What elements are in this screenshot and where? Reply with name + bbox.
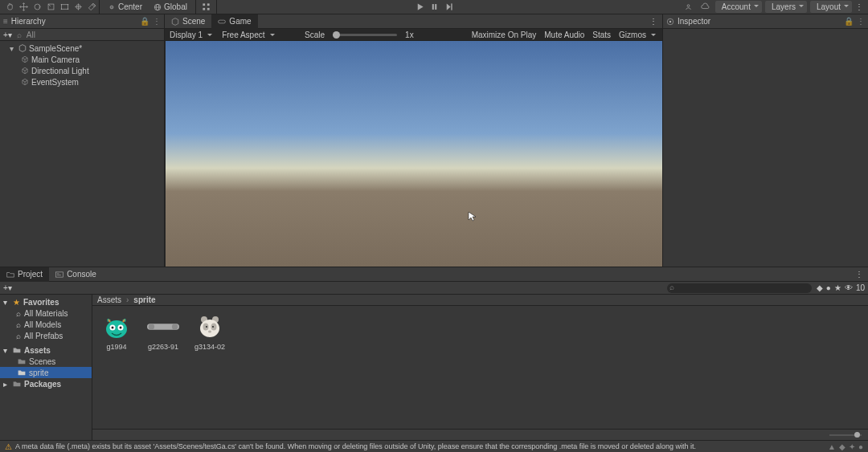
- svg-point-4: [68, 4, 68, 5]
- custom-tool[interactable]: [85, 0, 99, 14]
- cursor-icon: [468, 211, 476, 222]
- filter-by-label-icon[interactable]: ●: [826, 283, 831, 292]
- gizmos-dropdown[interactable]: Gizmos: [619, 31, 657, 39]
- rotate-tool[interactable]: [31, 0, 44, 14]
- breadcrumb-sprite[interactable]: sprite: [133, 295, 155, 304]
- asset-thumb-panda: [194, 314, 226, 340]
- asset-item[interactable]: g1994: [100, 314, 133, 351]
- cube-icon: [21, 55, 29, 63]
- context-menu-button[interactable]: ⋮: [855, 2, 863, 11]
- rect-tool[interactable]: [58, 0, 72, 14]
- svg-point-28: [120, 327, 122, 329]
- play-button[interactable]: [412, 0, 427, 14]
- transform-tool[interactable]: [72, 0, 85, 14]
- project-menu-button[interactable]: ⋮: [850, 270, 868, 279]
- hierarchy-lock-icon[interactable]: 🔒: [140, 17, 149, 26]
- inspector-menu-button[interactable]: ⋮: [857, 17, 865, 26]
- console-icon: [55, 271, 63, 279]
- folder-scenes[interactable]: Scenes: [0, 356, 92, 367]
- status-icon-4[interactable]: ●: [858, 442, 863, 451]
- folder-icon: [6, 271, 14, 279]
- center-icon: [108, 3, 116, 11]
- inspector-lock-icon[interactable]: 🔒: [844, 17, 854, 26]
- aspect-dropdown[interactable]: Free Aspect: [222, 31, 276, 39]
- favorite-star-icon[interactable]: ★: [834, 283, 841, 292]
- hierarchy-menu-button[interactable]: ⋮: [153, 17, 161, 26]
- project-create-button[interactable]: +▾: [3, 283, 12, 292]
- project-tree: ▾ ★ Favorites ⌕All Materials ⌕All Models…: [0, 295, 92, 440]
- pause-button[interactable]: [427, 0, 441, 14]
- hand-tool[interactable]: [3, 0, 17, 14]
- cube-icon: [21, 67, 29, 75]
- folder-icon: [18, 357, 26, 365]
- collab-icon[interactable]: [682, 0, 695, 14]
- display-dropdown[interactable]: Display 1: [170, 31, 214, 39]
- hierarchy-search-filter[interactable]: All: [27, 31, 35, 39]
- svg-rect-23: [56, 271, 63, 276]
- layers-dropdown[interactable]: Layers: [765, 1, 807, 13]
- tab-project[interactable]: Project: [0, 267, 49, 282]
- project-search-input[interactable]: [667, 283, 812, 293]
- pivot-toggle[interactable]: Center: [103, 2, 147, 13]
- space-label: Global: [164, 2, 187, 11]
- warning-text: A meta data file (.meta) exists but its …: [15, 442, 696, 450]
- status-icon-3[interactable]: ✦: [849, 442, 855, 451]
- maximize-on-play-toggle[interactable]: Maximize On Play: [472, 31, 537, 39]
- hierarchy-title: Hierarchy: [11, 17, 46, 26]
- favorite-all-prefabs[interactable]: ⌕All Prefabs: [0, 330, 92, 341]
- status-icon-2[interactable]: ◆: [839, 442, 845, 451]
- tab-game[interactable]: Game: [211, 14, 257, 29]
- hierarchy-create-button[interactable]: +▾: [3, 31, 12, 39]
- scene-menu-button[interactable]: ⋮: [645, 17, 662, 26]
- asset-grid: g1994 g2263-91 g3134-02: [92, 306, 868, 429]
- svg-point-3: [61, 4, 62, 5]
- layout-dropdown[interactable]: Layout: [810, 1, 852, 13]
- game-icon: [218, 18, 226, 26]
- space-toggle[interactable]: Global: [149, 2, 192, 13]
- assets-root[interactable]: ▾ Assets: [0, 344, 92, 356]
- asset-item[interactable]: g3134-02: [194, 314, 226, 351]
- hidden-packages-icon[interactable]: 👁: [845, 283, 853, 292]
- favorite-all-materials[interactable]: ⌕All Materials: [0, 307, 92, 319]
- pivot-label: Center: [118, 2, 142, 11]
- status-icon-1[interactable]: ▲: [828, 442, 836, 451]
- inspector-header: Inspector 🔒 ⋮: [663, 14, 868, 29]
- scale-tool[interactable]: [44, 0, 58, 14]
- step-button[interactable]: [441, 0, 456, 14]
- favorites-root[interactable]: ▾ ★ Favorites: [0, 296, 92, 307]
- snap-toggle[interactable]: [199, 0, 213, 14]
- scene-icon: [171, 18, 179, 26]
- move-tool[interactable]: [17, 0, 31, 14]
- thumbnail-size-slider[interactable]: [829, 434, 862, 436]
- svg-point-19: [687, 5, 690, 7]
- svg-point-0: [35, 4, 40, 10]
- packages-root[interactable]: ▸ Packages: [0, 378, 92, 389]
- svg-point-37: [206, 326, 207, 328]
- svg-rect-14: [203, 8, 205, 10]
- game-view[interactable]: [165, 41, 662, 267]
- globe-icon: [154, 3, 162, 11]
- hierarchy-tree: ▾ SampleScene* Main Camera Directional L…: [0, 41, 164, 89]
- folder-sprite[interactable]: sprite: [0, 367, 92, 378]
- cloud-icon[interactable]: [698, 0, 712, 14]
- folder-icon: [18, 369, 26, 377]
- cube-icon: [21, 78, 29, 86]
- tab-scene[interactable]: Scene: [165, 14, 211, 29]
- scale-slider[interactable]: [333, 34, 397, 36]
- mute-audio-toggle[interactable]: Mute Audio: [544, 31, 584, 39]
- account-dropdown[interactable]: Account: [715, 1, 762, 13]
- scene-root[interactable]: ▾ SampleScene*: [0, 43, 164, 54]
- stats-toggle[interactable]: Stats: [592, 31, 611, 39]
- gameobject-eventsystem[interactable]: EventSystem: [0, 76, 164, 88]
- svg-point-38: [212, 326, 214, 328]
- filter-by-type-icon[interactable]: ◆: [817, 283, 823, 292]
- svg-rect-15: [207, 8, 210, 10]
- breadcrumb-assets[interactable]: Assets: [97, 295, 121, 304]
- favorite-all-models[interactable]: ⌕All Models: [0, 319, 92, 330]
- gameobject-directional-light[interactable]: Directional Light: [0, 65, 164, 76]
- asset-item[interactable]: g2263-91: [147, 314, 179, 351]
- chevron-right-icon: ›: [126, 295, 129, 304]
- gameobject-main-camera[interactable]: Main Camera: [0, 54, 164, 65]
- svg-point-5: [61, 9, 62, 10]
- tab-console[interactable]: Console: [49, 267, 103, 282]
